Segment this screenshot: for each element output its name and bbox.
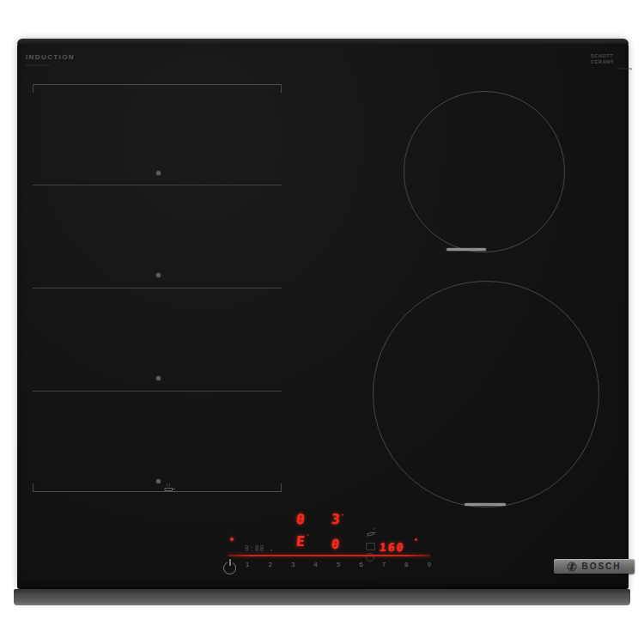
- slider-level-4[interactable]: 4: [313, 561, 325, 568]
- bosch-logo-plate: BOSCH: [554, 559, 635, 574]
- slider-level-6[interactable]: 6: [359, 561, 370, 568]
- display-front-left-value: E: [295, 533, 305, 550]
- display-front-right: 0: [331, 537, 340, 552]
- bosch-emblem-icon: [567, 562, 577, 572]
- germany-line: Germany: [591, 66, 632, 70]
- slider-level-2[interactable]: 2: [268, 561, 279, 568]
- timer-display-value: 160: [379, 541, 405, 554]
- display-front-left: E˙: [295, 533, 310, 550]
- timer-key-icon[interactable]: [366, 543, 375, 550]
- display-rear-right: 3·: [331, 511, 345, 527]
- display-front-right-value: 0: [331, 537, 340, 552]
- display-rear-right-dot: ·: [341, 512, 345, 519]
- pan-detect-dot: [156, 376, 161, 380]
- slider-level-8[interactable]: 8: [404, 561, 416, 568]
- pan-detect-dot: [156, 171, 161, 175]
- display-rear-left-value: 0: [295, 511, 305, 527]
- print-schott-ceran: SCHOTT CERAN® Germany: [591, 53, 632, 70]
- zone-front-marker-large: [465, 503, 506, 506]
- timer-indicator-led: [415, 538, 417, 541]
- timer-display: 160: [379, 541, 405, 554]
- display-front-left-dot: ˙: [306, 534, 310, 541]
- unlit-display-arrow-icon: ▴: [270, 546, 274, 552]
- cooking-zone-ring-small: [404, 91, 565, 252]
- slider-level-3[interactable]: 3: [291, 561, 302, 568]
- flex-pan-icon: [163, 480, 176, 495]
- power-icon[interactable]: [223, 562, 236, 574]
- display-rear-right-value: 3: [331, 511, 340, 527]
- flex-induction-zone: [33, 84, 282, 492]
- flex-zone-bottom-bracket: [33, 483, 282, 492]
- print-induction: INDUCTION flexInduction: [26, 53, 75, 67]
- display-rear-left: 0: [295, 511, 305, 527]
- product-photo: INDUCTION flexInduction SCHOTT CERAN® Ge…: [0, 0, 644, 644]
- bosch-logo-text: BOSCH: [581, 562, 621, 571]
- zone-front-marker-small: [447, 248, 486, 251]
- glass-panel: INDUCTION flexInduction SCHOTT CERAN® Ge…: [17, 39, 629, 589]
- power-indicator-led: [230, 538, 234, 541]
- flex-subzone-line: [33, 391, 282, 392]
- slider-level-5[interactable]: 5: [337, 561, 348, 568]
- move-pan-icon: [365, 527, 378, 538]
- power-slider-bar[interactable]: [228, 555, 430, 556]
- unlit-secondary-display: 8:88 ▴: [245, 545, 274, 553]
- front-trim: [14, 589, 630, 605]
- ceran-line: CERAN®: [591, 59, 632, 65]
- slider-level-7[interactable]: 7: [382, 561, 393, 568]
- slider-level-9[interactable]: 9: [428, 561, 431, 568]
- unlit-display-digits: 8:88: [245, 545, 264, 553]
- flex-subzone-line: [33, 288, 282, 289]
- induction-label: INDUCTION: [26, 53, 75, 61]
- cooking-zone-ring-large: [373, 281, 599, 507]
- flex-subzone-line: [33, 185, 282, 185]
- flex-zone-top-bracket: [33, 84, 282, 93]
- induction-sublabel: flexInduction: [26, 63, 75, 67]
- timer-icon-cluster: [366, 525, 380, 564]
- pan-detect-dot: [156, 273, 161, 277]
- slider-level-1[interactable]: 1: [246, 561, 257, 568]
- power-level-slider[interactable]: 1 2 3 4 5 6 7 8 9: [246, 561, 431, 568]
